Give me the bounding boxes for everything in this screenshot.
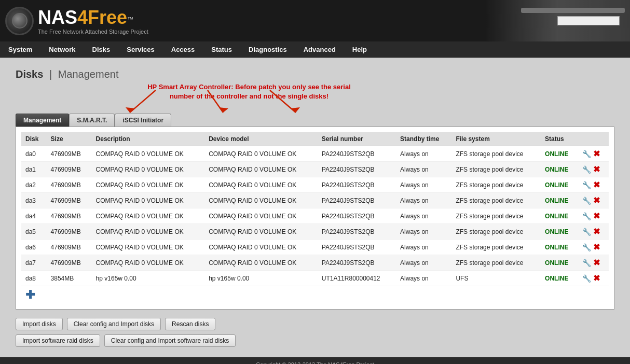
status-badge: ONLINE [545,228,568,235]
import-disks-button[interactable]: Import disks [16,318,63,330]
cell-device-model: COMPAQ RAID 0 VOLUME OK [204,255,318,271]
disk-table-body: da0 476909MB COMPAQ RAID 0 VOLUME OK COM… [21,146,609,286]
cell-status: ONLINE [541,146,578,162]
cell-filesystem: ZFS storage pool device [451,146,541,162]
cell-serial: PA2240J9STS2QB [318,177,396,193]
edit-icon[interactable]: 🔧 [582,259,591,267]
cell-actions: 🔧 ✖ [578,146,609,162]
nav-item-help[interactable]: Help [344,41,375,57]
cell-size: 476909MB [47,208,92,224]
nav-item-status[interactable]: Status [203,41,240,57]
edit-icon[interactable]: 🔧 [582,228,591,236]
table-row: da3 476909MB COMPAQ RAID 0 VOLUME OK COM… [21,193,609,208]
cell-description: COMPAQ RAID 0 VOLUME OK [92,193,205,208]
cell-status: ONLINE [541,193,578,208]
cell-serial: PA2240J9STS2QB [318,162,396,177]
cell-description: COMPAQ RAID 0 VOLUME OK [92,240,205,255]
nav-item-disks[interactable]: Disks [84,41,119,57]
cell-disk: da8 [21,271,47,286]
edit-icon[interactable]: 🔧 [582,243,591,251]
cell-description: COMPAQ RAID 0 VOLUME OK [92,224,205,240]
nav-item-system[interactable]: System [0,41,40,57]
delete-icon[interactable]: ✖ [593,258,600,268]
cell-serial: PA2240J9STS2QB [318,224,396,240]
cell-device-model: COMPAQ RAID 0 VOLUME OK [204,146,318,162]
delete-icon[interactable]: ✖ [593,149,600,159]
delete-icon[interactable]: ✖ [593,180,600,190]
cell-standby: Always on [396,162,451,177]
status-badge: ONLINE [545,181,568,189]
cell-status: ONLINE [541,208,578,224]
cell-standby: Always on [396,255,451,271]
disk-table-container: Disk Size Description Device model Seria… [16,127,614,310]
cell-serial: PA2240J9STS2QB [318,146,396,162]
table-row: da7 476909MB COMPAQ RAID 0 VOLUME OK COM… [21,255,609,271]
cell-filesystem: ZFS storage pool device [451,255,541,271]
edit-icon[interactable]: 🔧 [582,181,591,189]
cell-serial: PA2240J9STS2QB [318,240,396,255]
cell-actions: 🔧 ✖ [578,193,609,208]
cell-disk: da5 [21,224,47,240]
delete-icon[interactable]: ✖ [593,211,600,221]
table-row: da4 476909MB COMPAQ RAID 0 VOLUME OK COM… [21,208,609,224]
status-badge: ONLINE [545,213,568,220]
cell-actions: 🔧 ✖ [578,177,609,193]
delete-icon[interactable]: ✖ [593,242,600,252]
cell-actions: 🔧 ✖ [578,240,609,255]
edit-icon[interactable]: 🔧 [582,150,591,158]
edit-icon[interactable]: 🔧 [582,274,591,283]
cell-description: COMPAQ RAID 0 VOLUME OK [92,208,205,224]
logo-area: NAS4Free™ The Free Network Attached Stor… [5,7,148,35]
add-disk-row: ✚ [21,286,609,304]
cell-filesystem: ZFS storage pool device [451,162,541,177]
arrows-container [16,88,614,119]
table-row: da0 476909MB COMPAQ RAID 0 VOLUME OK COM… [21,146,609,162]
status-badge: ONLINE [545,150,568,158]
cell-filesystem: ZFS storage pool device [451,208,541,224]
nav-item-network[interactable]: Network [40,41,84,57]
clear-import-disks-button[interactable]: Clear config and Import disks [67,318,161,330]
edit-icon[interactable]: 🔧 [582,165,591,174]
nav-item-access[interactable]: Access [163,41,203,57]
cell-disk: da0 [21,146,47,162]
cell-serial: UT1A11R800000412 [318,271,396,286]
edit-icon[interactable]: 🔧 [582,212,591,220]
import-software-raid-button[interactable]: Import software raid disks [16,334,100,347]
cell-device-model: COMPAQ RAID 0 VOLUME OK [204,240,318,255]
header-search[interactable] [557,16,620,25]
nav-item-advanced[interactable]: Advanced [295,41,344,57]
cell-actions: 🔧 ✖ [578,208,609,224]
add-disk-icon[interactable]: ✚ [25,288,35,301]
delete-icon[interactable]: ✖ [593,227,600,236]
tagline: The Free Network Attached Storage Projec… [38,29,148,35]
cell-description: hp v165w 0.00 [92,271,205,286]
cell-standby: Always on [396,208,451,224]
cell-description: COMPAQ RAID 0 VOLUME OK [92,255,205,271]
cell-description: COMPAQ RAID 0 VOLUME OK [92,162,205,177]
cell-filesystem: UFS [451,271,541,286]
col-filesystem: File system [451,132,541,146]
cell-status: ONLINE [541,162,578,177]
col-standby: Standby time [396,132,451,146]
table-row: da1 476909MB COMPAQ RAID 0 VOLUME OK COM… [21,162,609,177]
logo-nas: NAS4Free™ [38,18,133,25]
rescan-disks-button[interactable]: Rescan disks [165,318,215,330]
cell-standby: Always on [396,271,451,286]
cell-size: 476909MB [47,177,92,193]
cell-standby: Always on [396,224,451,240]
delete-icon[interactable]: ✖ [593,273,600,283]
cell-serial: PA2240J9STS2QB [318,193,396,208]
edit-icon[interactable]: 🔧 [582,197,591,205]
nav-item-services[interactable]: Services [118,41,163,57]
delete-icon[interactable]: ✖ [593,195,600,205]
cell-status: ONLINE [541,177,578,193]
svg-marker-3 [219,107,228,113]
nav-item-diagnostics[interactable]: Diagnostics [240,41,295,57]
main-nav: System Network Disks Services Access Sta… [0,41,630,58]
col-serial: Serial number [318,132,396,146]
cell-size: 476909MB [47,224,92,240]
clear-import-software-raid-button[interactable]: Clear config and Import software raid di… [104,334,236,347]
cell-size: 476909MB [47,146,92,162]
status-badge: ONLINE [545,197,568,204]
delete-icon[interactable]: ✖ [593,164,600,174]
